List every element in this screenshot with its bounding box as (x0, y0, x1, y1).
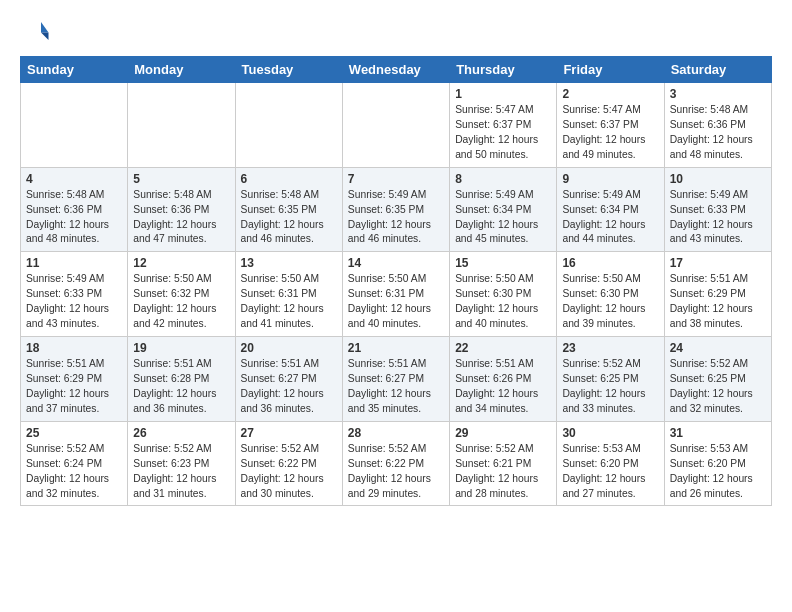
day-number: 27 (241, 426, 337, 440)
day-number: 13 (241, 256, 337, 270)
day-number: 10 (670, 172, 766, 186)
calendar-cell: 14Sunrise: 5:50 AMSunset: 6:31 PMDayligh… (342, 252, 449, 337)
day-number: 1 (455, 87, 551, 101)
day-info: Sunrise: 5:52 AMSunset: 6:23 PMDaylight:… (133, 442, 229, 502)
calendar-cell: 3Sunrise: 5:48 AMSunset: 6:36 PMDaylight… (664, 83, 771, 168)
svg-marker-1 (41, 33, 49, 41)
calendar-cell: 18Sunrise: 5:51 AMSunset: 6:29 PMDayligh… (21, 337, 128, 422)
day-info: Sunrise: 5:52 AMSunset: 6:25 PMDaylight:… (562, 357, 658, 417)
day-info: Sunrise: 5:49 AMSunset: 6:33 PMDaylight:… (26, 272, 122, 332)
day-info: Sunrise: 5:50 AMSunset: 6:31 PMDaylight:… (241, 272, 337, 332)
day-info: Sunrise: 5:53 AMSunset: 6:20 PMDaylight:… (562, 442, 658, 502)
calendar-cell: 22Sunrise: 5:51 AMSunset: 6:26 PMDayligh… (450, 337, 557, 422)
day-number: 29 (455, 426, 551, 440)
calendar-cell: 4Sunrise: 5:48 AMSunset: 6:36 PMDaylight… (21, 167, 128, 252)
day-number: 18 (26, 341, 122, 355)
calendar-cell: 10Sunrise: 5:49 AMSunset: 6:33 PMDayligh… (664, 167, 771, 252)
day-info: Sunrise: 5:50 AMSunset: 6:30 PMDaylight:… (455, 272, 551, 332)
day-number: 14 (348, 256, 444, 270)
day-info: Sunrise: 5:48 AMSunset: 6:36 PMDaylight:… (670, 103, 766, 163)
day-info: Sunrise: 5:49 AMSunset: 6:34 PMDaylight:… (455, 188, 551, 248)
calendar-cell (21, 83, 128, 168)
day-info: Sunrise: 5:52 AMSunset: 6:25 PMDaylight:… (670, 357, 766, 417)
day-number: 17 (670, 256, 766, 270)
day-info: Sunrise: 5:50 AMSunset: 6:32 PMDaylight:… (133, 272, 229, 332)
calendar-week-5: 25Sunrise: 5:52 AMSunset: 6:24 PMDayligh… (21, 421, 772, 506)
calendar-cell: 6Sunrise: 5:48 AMSunset: 6:35 PMDaylight… (235, 167, 342, 252)
calendar-cell: 13Sunrise: 5:50 AMSunset: 6:31 PMDayligh… (235, 252, 342, 337)
calendar-cell: 7Sunrise: 5:49 AMSunset: 6:35 PMDaylight… (342, 167, 449, 252)
day-info: Sunrise: 5:51 AMSunset: 6:27 PMDaylight:… (348, 357, 444, 417)
weekday-header-sunday: Sunday (21, 57, 128, 83)
calendar-cell: 28Sunrise: 5:52 AMSunset: 6:22 PMDayligh… (342, 421, 449, 506)
day-info: Sunrise: 5:51 AMSunset: 6:26 PMDaylight:… (455, 357, 551, 417)
day-number: 19 (133, 341, 229, 355)
calendar-cell: 5Sunrise: 5:48 AMSunset: 6:36 PMDaylight… (128, 167, 235, 252)
calendar-cell: 1Sunrise: 5:47 AMSunset: 6:37 PMDaylight… (450, 83, 557, 168)
calendar-cell: 31Sunrise: 5:53 AMSunset: 6:20 PMDayligh… (664, 421, 771, 506)
calendar-cell: 30Sunrise: 5:53 AMSunset: 6:20 PMDayligh… (557, 421, 664, 506)
day-number: 22 (455, 341, 551, 355)
calendar-cell: 26Sunrise: 5:52 AMSunset: 6:23 PMDayligh… (128, 421, 235, 506)
calendar-cell: 11Sunrise: 5:49 AMSunset: 6:33 PMDayligh… (21, 252, 128, 337)
day-info: Sunrise: 5:50 AMSunset: 6:31 PMDaylight:… (348, 272, 444, 332)
day-info: Sunrise: 5:51 AMSunset: 6:28 PMDaylight:… (133, 357, 229, 417)
day-info: Sunrise: 5:47 AMSunset: 6:37 PMDaylight:… (562, 103, 658, 163)
day-info: Sunrise: 5:52 AMSunset: 6:22 PMDaylight:… (241, 442, 337, 502)
day-number: 20 (241, 341, 337, 355)
day-info: Sunrise: 5:49 AMSunset: 6:34 PMDaylight:… (562, 188, 658, 248)
calendar-cell (342, 83, 449, 168)
day-number: 30 (562, 426, 658, 440)
logo (20, 16, 54, 46)
calendar-cell (128, 83, 235, 168)
day-info: Sunrise: 5:51 AMSunset: 6:29 PMDaylight:… (670, 272, 766, 332)
calendar-cell: 21Sunrise: 5:51 AMSunset: 6:27 PMDayligh… (342, 337, 449, 422)
calendar-cell: 9Sunrise: 5:49 AMSunset: 6:34 PMDaylight… (557, 167, 664, 252)
calendar-cell: 29Sunrise: 5:52 AMSunset: 6:21 PMDayligh… (450, 421, 557, 506)
header (20, 16, 772, 46)
day-number: 26 (133, 426, 229, 440)
day-number: 28 (348, 426, 444, 440)
calendar-cell (235, 83, 342, 168)
day-info: Sunrise: 5:50 AMSunset: 6:30 PMDaylight:… (562, 272, 658, 332)
calendar-week-3: 11Sunrise: 5:49 AMSunset: 6:33 PMDayligh… (21, 252, 772, 337)
day-number: 21 (348, 341, 444, 355)
calendar-cell: 24Sunrise: 5:52 AMSunset: 6:25 PMDayligh… (664, 337, 771, 422)
calendar-header-row: SundayMondayTuesdayWednesdayThursdayFrid… (21, 57, 772, 83)
calendar-cell: 8Sunrise: 5:49 AMSunset: 6:34 PMDaylight… (450, 167, 557, 252)
day-info: Sunrise: 5:49 AMSunset: 6:35 PMDaylight:… (348, 188, 444, 248)
day-number: 3 (670, 87, 766, 101)
page: SundayMondayTuesdayWednesdayThursdayFrid… (0, 0, 792, 522)
day-number: 4 (26, 172, 122, 186)
calendar-cell: 20Sunrise: 5:51 AMSunset: 6:27 PMDayligh… (235, 337, 342, 422)
day-number: 16 (562, 256, 658, 270)
calendar-cell: 25Sunrise: 5:52 AMSunset: 6:24 PMDayligh… (21, 421, 128, 506)
calendar-week-1: 1Sunrise: 5:47 AMSunset: 6:37 PMDaylight… (21, 83, 772, 168)
day-number: 5 (133, 172, 229, 186)
day-info: Sunrise: 5:48 AMSunset: 6:36 PMDaylight:… (26, 188, 122, 248)
day-info: Sunrise: 5:53 AMSunset: 6:20 PMDaylight:… (670, 442, 766, 502)
day-number: 31 (670, 426, 766, 440)
day-number: 15 (455, 256, 551, 270)
day-info: Sunrise: 5:47 AMSunset: 6:37 PMDaylight:… (455, 103, 551, 163)
calendar-week-4: 18Sunrise: 5:51 AMSunset: 6:29 PMDayligh… (21, 337, 772, 422)
calendar-week-2: 4Sunrise: 5:48 AMSunset: 6:36 PMDaylight… (21, 167, 772, 252)
calendar-cell: 23Sunrise: 5:52 AMSunset: 6:25 PMDayligh… (557, 337, 664, 422)
day-info: Sunrise: 5:52 AMSunset: 6:24 PMDaylight:… (26, 442, 122, 502)
calendar-cell: 15Sunrise: 5:50 AMSunset: 6:30 PMDayligh… (450, 252, 557, 337)
day-number: 9 (562, 172, 658, 186)
calendar-cell: 12Sunrise: 5:50 AMSunset: 6:32 PMDayligh… (128, 252, 235, 337)
day-info: Sunrise: 5:51 AMSunset: 6:29 PMDaylight:… (26, 357, 122, 417)
weekday-header-saturday: Saturday (664, 57, 771, 83)
day-number: 23 (562, 341, 658, 355)
weekday-header-monday: Monday (128, 57, 235, 83)
calendar-cell: 19Sunrise: 5:51 AMSunset: 6:28 PMDayligh… (128, 337, 235, 422)
day-info: Sunrise: 5:49 AMSunset: 6:33 PMDaylight:… (670, 188, 766, 248)
day-number: 24 (670, 341, 766, 355)
day-info: Sunrise: 5:52 AMSunset: 6:21 PMDaylight:… (455, 442, 551, 502)
day-info: Sunrise: 5:48 AMSunset: 6:35 PMDaylight:… (241, 188, 337, 248)
day-number: 12 (133, 256, 229, 270)
calendar: SundayMondayTuesdayWednesdayThursdayFrid… (20, 56, 772, 506)
day-number: 7 (348, 172, 444, 186)
day-number: 6 (241, 172, 337, 186)
